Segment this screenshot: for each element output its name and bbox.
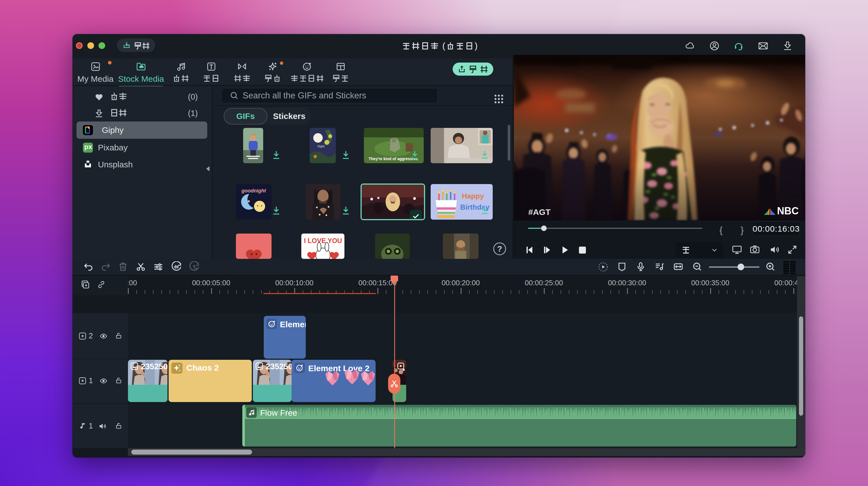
svg-text:NBC: NBC xyxy=(777,205,799,217)
svg-text:00:00:05:00: 00:00:05:00 xyxy=(192,279,230,287)
svg-text:#AGT: #AGT xyxy=(528,207,551,217)
svg-text:Night: Night xyxy=(317,144,325,148)
svg-text:00:00:40:00: 00:00:40:00 xyxy=(774,279,797,287)
svg-text:00:00:20:00: 00:00:20:00 xyxy=(441,279,479,287)
svg-text:00:00:35:00: 00:00:35:00 xyxy=(691,279,729,287)
svg-text:00:00:30:00: 00:00:30:00 xyxy=(608,279,646,287)
svg-text:00:00:25:00: 00:00:25:00 xyxy=(525,279,563,287)
svg-text:00:00:10:00: 00:00:10:00 xyxy=(275,279,313,287)
svg-text:I LOVE YOU: I LOVE YOU xyxy=(304,237,342,245)
svg-text:00:00: 00:00 xyxy=(128,279,137,287)
svg-text:Happy: Happy xyxy=(462,192,484,200)
svg-text:goodnight: goodnight xyxy=(241,188,266,194)
